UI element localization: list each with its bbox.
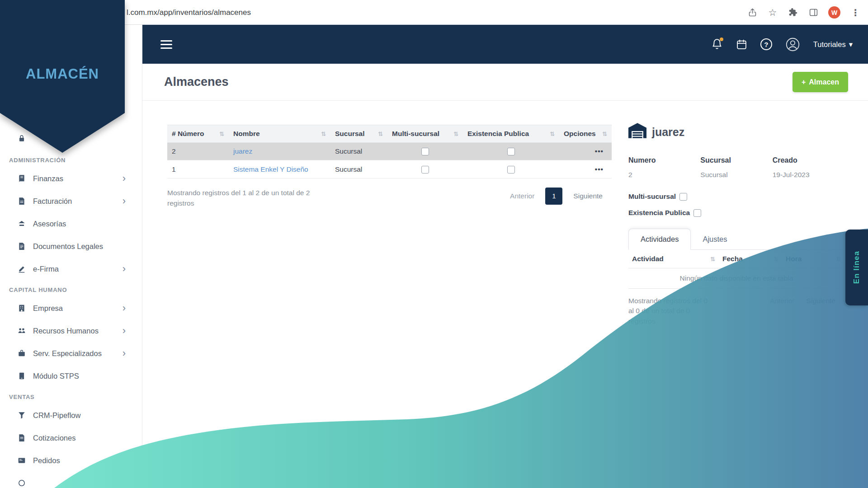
sidebar-item-cotizaciones[interactable]: Cotizaciones bbox=[0, 427, 142, 449]
almacenes-table-card: # Número⇅ Nombre⇅ Sucursal⇅ Multi-sucurs… bbox=[167, 125, 612, 208]
column-header-opciones[interactable]: Opciones⇅ bbox=[559, 125, 612, 143]
field-value-numero: 2 bbox=[628, 171, 700, 179]
multi-sucursal-checkbox[interactable] bbox=[421, 166, 429, 174]
page-header: Almacenes + Almacen bbox=[142, 64, 868, 101]
detail-existencia-publica-label: Existencia Publica bbox=[628, 209, 690, 217]
url-bar[interactable]: l.com.mx/app/inventarios/almacenes bbox=[127, 0, 251, 25]
almacen-link-sistema-enkel[interactable]: Sistema Enkel Y Diseño bbox=[233, 165, 308, 173]
detail-existencia-publica-checkbox[interactable] bbox=[693, 209, 701, 217]
column-header-actividad[interactable]: Actividad⇅ bbox=[628, 250, 719, 268]
sidebar-item-label: Pedidos bbox=[33, 456, 60, 465]
row-branch: Sucursal bbox=[330, 160, 387, 178]
sidebar-item-label: Finanzas bbox=[33, 174, 63, 183]
funnel-icon bbox=[17, 411, 26, 419]
table-row[interactable]: 1 Sistema Enkel Y Diseño Sucursal ••• bbox=[167, 160, 612, 178]
row-options-button[interactable]: ••• bbox=[559, 160, 612, 178]
sidebar-item-label: Facturación bbox=[33, 197, 72, 206]
sort-icon: ⇅ bbox=[707, 256, 715, 263]
plus-icon: + bbox=[802, 78, 806, 86]
pagination-prev[interactable]: Anterior bbox=[510, 192, 534, 200]
column-header-hora[interactable]: Hora⇅ bbox=[782, 250, 844, 268]
quote-document-icon bbox=[17, 434, 26, 442]
pagination-page-1[interactable]: 1 bbox=[545, 188, 562, 205]
sort-icon: ⇅ bbox=[374, 131, 383, 137]
sidebar-item-pedidos[interactable]: Pedidos bbox=[0, 449, 142, 472]
detail-panel: juarez Numero 2 Sucursal Sucursal Creado… bbox=[628, 123, 844, 326]
sidebar-item-facturacion[interactable]: Facturación › bbox=[0, 190, 142, 212]
existencia-publica-checkbox[interactable] bbox=[507, 166, 515, 174]
activity-info-text: Mostrando registros del 0 al 0 de un tot… bbox=[628, 296, 713, 326]
notifications-bell-icon[interactable] bbox=[711, 38, 723, 50]
sidebar-item-serv-especializados[interactable]: Serv. Especializados › bbox=[0, 342, 142, 365]
column-header-numero[interactable]: # Número⇅ bbox=[167, 125, 229, 143]
graduation-cap-icon bbox=[17, 220, 26, 228]
pagination-next[interactable]: Siguiente bbox=[573, 192, 603, 200]
browser-bar: l.com.mx/app/inventarios/almacenes ☆ W ⋮ bbox=[0, 0, 868, 25]
activity-pagination-next[interactable]: Siguiente bbox=[806, 297, 835, 305]
column-header-multi-sucursal[interactable]: Multi-sucursal⇅ bbox=[387, 125, 463, 143]
sidebar-item-documentos-legales[interactable]: Documentos Legales bbox=[0, 235, 142, 258]
almacen-link-juarez[interactable]: juarez bbox=[233, 147, 252, 155]
ledger-icon bbox=[17, 174, 26, 183]
briefcase-icon bbox=[17, 349, 26, 357]
tab-ajustes[interactable]: Ajustes bbox=[691, 229, 739, 249]
online-chat-label: En línea bbox=[852, 251, 861, 284]
sidebar-item-empresa[interactable]: Empresa › bbox=[0, 297, 142, 319]
sort-icon: ⇅ bbox=[216, 131, 224, 137]
detail-tabs: Actividades Ajustes bbox=[628, 229, 844, 250]
sidebar-item-label: Recursos Humanos bbox=[33, 327, 99, 335]
sidebar-item-modulo-stps[interactable]: Módulo STPS bbox=[0, 365, 142, 387]
table-row[interactable]: 2 juarez Sucursal ••• bbox=[167, 143, 612, 160]
extensions-puzzle-icon[interactable] bbox=[788, 7, 798, 18]
browser-profile-avatar[interactable]: W bbox=[828, 6, 840, 19]
hamburger-menu-icon[interactable] bbox=[160, 38, 172, 51]
sidebar-item-partial[interactable] bbox=[0, 472, 142, 488]
content-area: # Número⇅ Nombre⇅ Sucursal⇅ Multi-sucurs… bbox=[142, 101, 868, 488]
sidebar-item-label: e-Firma bbox=[33, 265, 59, 273]
notification-dot bbox=[720, 38, 723, 41]
detail-title: juarez bbox=[652, 126, 684, 139]
column-header-sucursal[interactable]: Sucursal⇅ bbox=[330, 125, 387, 143]
sidebar-item-asesorias[interactable]: Asesorías bbox=[0, 212, 142, 235]
user-avatar-icon[interactable] bbox=[785, 37, 800, 52]
row-branch: Sucursal bbox=[330, 143, 387, 160]
tablet-icon bbox=[17, 372, 26, 380]
sidebar-item-recursos-humanos[interactable]: Recursos Humanos › bbox=[0, 319, 142, 342]
table-pagination: Anterior 1 Siguiente bbox=[510, 188, 612, 205]
sort-icon: ⇅ bbox=[599, 131, 607, 137]
add-almacen-button[interactable]: + Almacen bbox=[793, 72, 848, 92]
sort-icon: ⇅ bbox=[317, 131, 326, 137]
sidebar-item-finanzas[interactable]: Finanzas › bbox=[0, 167, 142, 190]
order-card-icon bbox=[17, 456, 26, 465]
browser-menu-icon[interactable]: ⋮ bbox=[850, 7, 861, 18]
field-label-numero: Numero bbox=[628, 156, 700, 164]
side-panel-icon[interactable] bbox=[808, 7, 819, 18]
chevron-right-icon: › bbox=[123, 196, 126, 206]
chevron-right-icon: › bbox=[123, 264, 126, 274]
bookmark-star-icon[interactable]: ☆ bbox=[767, 7, 778, 18]
help-icon[interactable]: ? bbox=[760, 38, 772, 50]
share-icon[interactable] bbox=[747, 7, 758, 18]
sidebar-item-crm-pipeflow[interactable]: CRM-Pipeflow bbox=[0, 404, 142, 427]
tab-actividades[interactable]: Actividades bbox=[628, 229, 691, 250]
tutoriales-dropdown[interactable]: Tutoriales ▾ bbox=[813, 40, 853, 49]
existencia-publica-checkbox[interactable] bbox=[507, 148, 515, 155]
row-options-button[interactable]: ••• bbox=[559, 143, 612, 160]
calendar-icon[interactable] bbox=[736, 39, 747, 50]
column-header-existencia-publica[interactable]: Existencia Publica⇅ bbox=[463, 125, 559, 143]
chevron-right-icon: › bbox=[123, 348, 126, 358]
ribbon-label: ALMACÉN bbox=[26, 66, 99, 153]
sort-icon: ⇅ bbox=[832, 256, 841, 263]
field-value-creado: 19-Jul-2023 bbox=[773, 171, 844, 179]
sort-icon: ⇅ bbox=[770, 256, 778, 263]
detail-multi-sucursal-checkbox[interactable] bbox=[679, 193, 687, 201]
sidebar-item-efirma[interactable]: e-Firma › bbox=[0, 258, 142, 280]
online-chat-tab[interactable]: En línea bbox=[845, 230, 868, 305]
row-number: 1 bbox=[167, 160, 229, 178]
building-icon bbox=[17, 304, 26, 312]
chevron-right-icon: › bbox=[123, 326, 126, 336]
multi-sucursal-checkbox[interactable] bbox=[421, 148, 429, 155]
column-header-fecha[interactable]: Fecha⇅ bbox=[719, 250, 782, 268]
activity-pagination-prev[interactable]: Anterior bbox=[770, 297, 794, 305]
column-header-nombre[interactable]: Nombre⇅ bbox=[229, 125, 330, 143]
